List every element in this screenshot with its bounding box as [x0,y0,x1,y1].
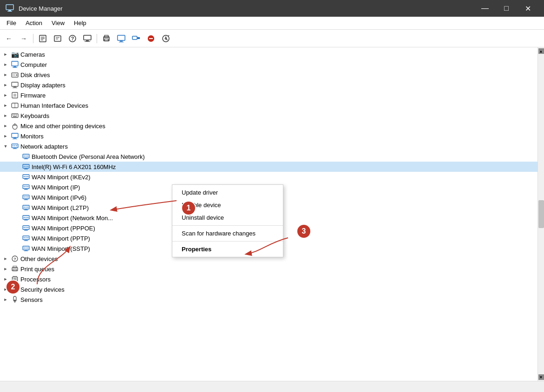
window-controls[interactable]: — □ ✕ [474,0,538,17]
monitor-button[interactable] [114,32,128,45]
expand-diskdrives[interactable]: ► [2,71,9,78]
expand-displayadapters[interactable]: ► [2,81,9,89]
minimize-button[interactable]: — [474,0,496,17]
hid-label: Human Interface Devices [20,102,88,109]
displayadapters-icon [11,81,19,89]
tree-node-mice[interactable]: ► Mice and other pointing devices [0,121,537,131]
expand-mice[interactable]: ► [2,122,9,130]
svg-rect-68 [27,166,28,167]
expand-sensors[interactable]: ► [2,296,9,303]
tree-node-cameras[interactable]: ► 📷 Cameras [0,49,537,59]
scan-button[interactable] [159,32,173,45]
svg-point-32 [16,74,18,76]
monitors-label: Monitors [20,133,44,140]
properties-button[interactable] [36,32,50,45]
tree-node-intel-wifi[interactable]: Intel(R) Wi-Fi 6 AX201 160MHz [0,162,537,172]
expand-hid[interactable]: ► [2,102,9,109]
ctx-scan-hardware[interactable]: Scan for hardware changes [172,227,283,240]
print-button[interactable] [99,32,113,45]
tree-node-keyboards[interactable]: ► Keyboards [0,111,537,121]
expand-otherdevices[interactable]: ► [2,255,9,262]
hid-icon [11,101,19,110]
tree-node-diskdrives[interactable]: ► Disk drives [0,70,537,80]
tree-node-printqueues[interactable]: ► Print queues [0,264,537,274]
networkadapters-label: Network adapters [20,143,68,150]
svg-rect-17 [105,39,108,41]
svg-rect-60 [24,156,25,157]
tree-node-displayadapters[interactable]: ► Display adapters [0,80,537,90]
mice-icon [11,122,19,130]
menu-view[interactable]: View [47,18,69,28]
tree-node-sensors[interactable]: ► Sensors [0,294,537,305]
svg-rect-90 [24,207,25,208]
svg-rect-50 [12,133,18,137]
svg-rect-43 [14,115,15,116]
forward-button[interactable]: → [17,32,31,45]
svg-rect-34 [12,82,18,86]
svg-rect-85 [26,196,26,197]
bluetooth-label: Bluetooth Device (Personal Area Network) [32,153,145,160]
status-bar [0,381,544,392]
remove-button[interactable] [144,32,158,45]
printqueues-label: Print queues [20,266,54,273]
tree-node-processors[interactable]: ► Processors [0,274,537,284]
ctx-separator-2 [172,241,283,242]
expand-firmware[interactable]: ► [2,91,9,99]
tree-node-wan-ikev2[interactable]: WAN Miniport (IKEv2) [0,172,537,182]
ctx-update-driver[interactable]: Update driver [172,186,283,199]
sensors-icon [11,295,19,304]
connect-button[interactable] [129,32,143,45]
maximize-button[interactable]: □ [496,0,517,17]
svg-rect-79 [26,186,26,187]
svg-rect-0 [6,5,13,10]
annotation-2: 2 [6,280,20,294]
tree-node-firmware[interactable]: ► Firmware [0,90,537,100]
expand-computer[interactable]: ► [2,61,9,68]
printqueues-icon [11,265,19,273]
driver-button[interactable] [51,32,65,45]
svg-rect-52 [13,139,17,139]
menu-action[interactable]: Action [21,18,47,28]
back-button[interactable]: ← [2,32,16,45]
bluetooth-icon [22,152,30,161]
close-button[interactable]: ✕ [517,0,538,17]
expand-keyboards[interactable]: ► [2,112,9,119]
expand-monitors[interactable]: ► [2,132,9,140]
tree-node-securitydevices[interactable]: ► Security devices [0,284,537,294]
wan-ikev2-icon [22,173,30,181]
tree-node-networkadapters[interactable]: ▼ Network adapters [0,141,537,151]
svg-rect-108 [24,237,25,238]
expand-cameras[interactable]: ► [2,51,9,58]
tree-node-hid[interactable]: ► Human Interface Devices [0,100,537,111]
svg-rect-61 [26,156,26,157]
tree-node-monitors[interactable]: ► Monitors [0,131,537,141]
svg-rect-91 [26,207,26,208]
menu-file[interactable]: File [2,18,21,28]
intel-wifi-icon [22,163,30,171]
svg-rect-102 [24,227,25,228]
wan-pppoe-label: WAN Miniport (PPPOE) [32,225,95,232]
wan-ip-icon [22,183,30,191]
svg-rect-7 [54,36,61,41]
keyboards-label: Keyboards [20,112,49,119]
svg-rect-96 [24,217,25,218]
toolbar-separator-2 [97,34,97,43]
svg-point-143 [14,300,16,301]
tree-node-bluetooth[interactable]: Bluetooth Device (Personal Area Network) [0,151,537,162]
menu-bar: File Action View Help [0,17,544,30]
expand-networkadapters[interactable]: ▼ [2,143,9,150]
scrollbar[interactable]: ▲ ▼ [537,47,544,381]
svg-rect-56 [16,145,17,146]
tree-node-computer[interactable]: ► Computer [0,59,537,70]
help-button[interactable]: ? [66,32,79,45]
menu-help[interactable]: Help [69,18,91,28]
title-bar: Device Manager — □ ✕ [0,0,544,17]
svg-rect-20 [119,42,124,42]
ctx-properties[interactable]: Properties [172,243,283,255]
expand-printqueues[interactable]: ► [2,265,9,273]
svg-rect-98 [27,217,28,218]
svg-rect-66 [24,166,25,167]
svg-rect-12 [84,35,91,40]
svg-rect-104 [27,227,28,228]
device-manager-button[interactable] [80,32,94,45]
